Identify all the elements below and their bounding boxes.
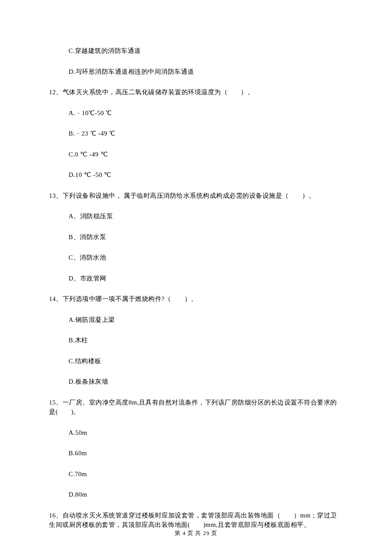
- q14-option-b: B.木柱: [49, 335, 343, 345]
- q13-stem: 13、下列设备和设施中， 属于临时高压消防给水系统构成构成必需的设备设施是（ ）…: [49, 191, 343, 201]
- q11-option-d: D.与环形消防车通道相连的中间消防车通道: [49, 67, 343, 77]
- q15-option-c: C.70m: [49, 469, 343, 479]
- q13-option-d: D、市政管网: [49, 274, 343, 283]
- q13-option-a: A、消防稳压泵: [49, 211, 343, 221]
- q12-stem: 12、气体灭火系统中，高压二氧化碳储存装置的环境温度为（ ）。: [49, 87, 343, 97]
- page-footer: 第 4 页 共 29 页: [0, 529, 392, 538]
- q13-option-b: B、消防水泵: [49, 232, 343, 242]
- q12-option-b: B.﹣23 ℃ -49 ℃: [49, 129, 343, 139]
- q15-option-d: D.80m: [49, 490, 343, 500]
- q12-option-d: D.10 ℃ -50 ℃: [49, 170, 343, 180]
- q12-option-a: A.﹣10℃-50 ℃: [49, 108, 343, 118]
- q15-stem: 15、一厂房。室内净空高度8m,且具有自然对流条件，下列该厂房防烟分区的长边设置…: [49, 398, 343, 417]
- q15-option-b: B.60m: [49, 448, 343, 458]
- q13-option-c: C、消防水池: [49, 253, 343, 263]
- q15-option-a: A.50m: [49, 428, 343, 438]
- q14-option-a: A.钢筋混凝上梁: [49, 315, 343, 325]
- q11-option-c: C.穿越建筑的消防车通道: [49, 46, 343, 56]
- q14-stem: 14、下列选项中哪一项不属于燃烧构件?（ ）。: [49, 294, 343, 304]
- q16-stem: 16、自动喷水灭火系统管道穿过楼板时应加设套管，套管顶部应高出装饰地面（ ）mm…: [49, 511, 343, 530]
- q14-option-d: D.板条抹灰墙: [49, 377, 343, 387]
- q14-option-c: C.结构楼板: [49, 356, 343, 366]
- q12-option-c: C.0 ℃ -49 ℃: [49, 150, 343, 159]
